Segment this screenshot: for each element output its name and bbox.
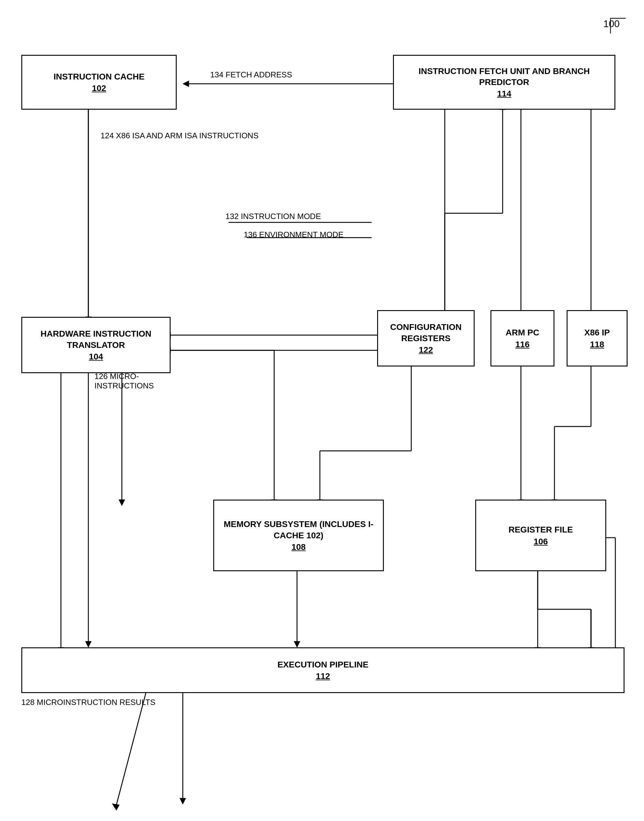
environment-mode-annotation: 136 ENVIRONMENT MODE [244,230,343,239]
x86-isa-annotation: 124 X86 ISA AND ARM ISA INSTRUCTIONS [101,131,259,141]
instruction-cache-label: INSTRUCTION CACHE [54,71,145,82]
arm-pc-label: ARM PC [506,327,539,338]
diagram: 100 [0,0,644,821]
register-file-number: 106 [534,537,548,547]
config-registers-label: CONFIGURATION REGISTERS [381,322,471,344]
config-registers-number: 122 [419,345,433,355]
execution-pipeline-number: 112 [316,671,330,681]
x86-ip-label: X86 IP [584,327,610,338]
svg-marker-27 [119,499,125,506]
micro-instructions-annotation: 126 MICRO- INSTRUCTIONS [94,372,154,391]
arm-pc-number: 116 [515,340,530,349]
svg-line-54 [116,692,146,807]
memory-subsystem-number: 108 [291,542,306,552]
microinstruction-results-annotation: 128 MICROINSTRUCTION RESULTS [21,698,155,707]
config-registers-box: CONFIGURATION REGISTERS 122 [377,310,475,366]
svg-marker-22 [85,641,91,647]
svg-marker-55 [112,804,120,810]
fetch-address-annotation: 134 FETCH ADDRESS [210,70,292,80]
register-file-box: REGISTER FILE 106 [475,499,606,571]
hardware-translator-label: HARDWARE INSTRUCTION TRANSLATOR [25,328,167,351]
register-file-label: REGISTER FILE [508,524,573,535]
execution-pipeline-label: EXECUTION PIPELINE [278,659,369,670]
x86-ip-box: X86 IP 118 [567,310,627,366]
instruction-fetch-label: INSTRUCTION FETCH UNIT AND BRANCH PREDIC… [397,66,612,88]
instruction-fetch-number: 114 [497,89,512,99]
svg-marker-1 [183,81,189,87]
hardware-translator-box: HARDWARE INSTRUCTION TRANSLATOR 104 [21,317,170,373]
x86-ip-number: 118 [590,340,604,349]
memory-subsystem-label: MEMORY SUBSYSTEM (INCLUDES I-CACHE 102) [217,519,380,541]
svg-marker-46 [180,798,186,804]
instruction-cache-box: INSTRUCTION CACHE 102 [21,55,177,110]
hardware-translator-number: 104 [89,352,103,361]
instruction-mode-annotation: 132 INSTRUCTION MODE [225,212,321,221]
ref-bracket-svg [592,12,629,37]
arm-pc-box: ARM PC 116 [491,310,554,366]
execution-pipeline-box: EXECUTION PIPELINE 112 [21,647,624,693]
svg-marker-39 [294,641,300,647]
instruction-cache-number: 102 [92,83,106,93]
memory-subsystem-box: MEMORY SUBSYSTEM (INCLUDES I-CACHE 102) … [213,499,384,571]
instruction-fetch-box: INSTRUCTION FETCH UNIT AND BRANCH PREDIC… [393,55,615,110]
